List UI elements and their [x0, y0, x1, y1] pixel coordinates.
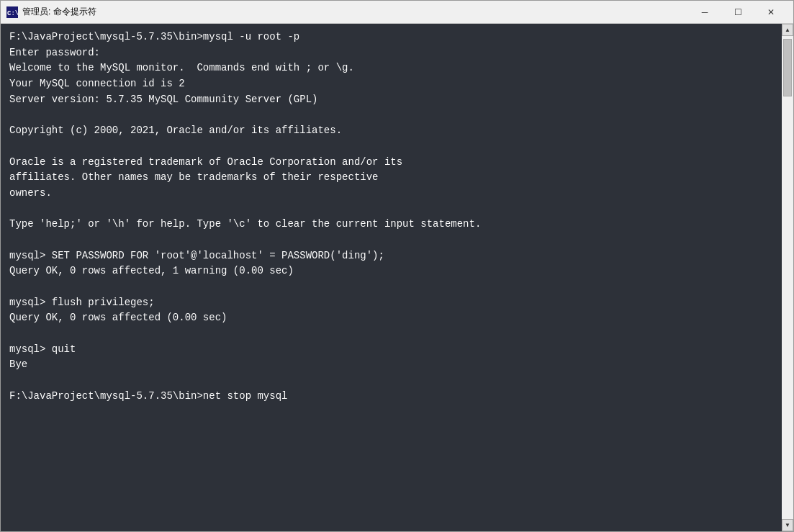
- scrollbar-thumb[interactable]: [783, 39, 792, 96]
- restore-button[interactable]: ☐: [721, 1, 754, 24]
- minimize-button[interactable]: ─: [688, 1, 721, 24]
- terminal-content: F:\JavaProject\mysql-5.7.35\bin>mysql -u…: [9, 30, 773, 405]
- window-body: F:\JavaProject\mysql-5.7.35\bin>mysql -u…: [1, 24, 793, 531]
- scrollbar[interactable]: ▲ ▼: [782, 24, 793, 531]
- window: C:\ 管理员: 命令提示符 ─ ☐ ✕ F:\JavaProject\mysq…: [0, 0, 794, 532]
- scrollbar-track[interactable]: [782, 36, 793, 519]
- close-button[interactable]: ✕: [754, 1, 788, 24]
- title-bar-text: 管理员: 命令提示符: [22, 6, 688, 18]
- title-bar: C:\ 管理员: 命令提示符 ─ ☐ ✕: [1, 1, 793, 24]
- title-bar-controls: ─ ☐ ✕: [688, 1, 788, 23]
- svg-text:C:\: C:\: [7, 10, 18, 17]
- scroll-up-button[interactable]: ▲: [782, 24, 793, 36]
- scroll-down-button[interactable]: ▼: [782, 519, 793, 531]
- terminal[interactable]: F:\JavaProject\mysql-5.7.35\bin>mysql -u…: [1, 24, 782, 531]
- cmd-icon: C:\: [6, 6, 18, 18]
